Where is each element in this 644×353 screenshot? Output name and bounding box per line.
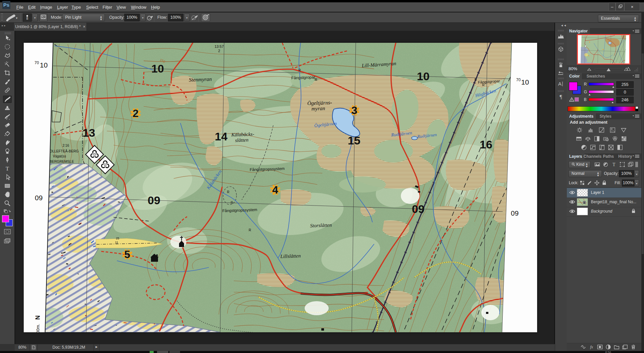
- svg-text:09: 09: [148, 194, 160, 207]
- svg-text:myran: myran: [311, 105, 325, 112]
- svg-text:R: R: [249, 228, 251, 232]
- svg-text:00m.: 00m.: [35, 324, 40, 332]
- svg-text:Storslåtten: Storslåtten: [310, 222, 332, 228]
- svg-text:R: R: [315, 78, 317, 82]
- svg-text:N: N: [34, 316, 41, 320]
- svg-text:13:57: 13:57: [214, 44, 224, 48]
- svg-text:3: 3: [351, 104, 357, 116]
- svg-text:25: 25: [116, 237, 119, 240]
- svg-text:Stenmyran: Stenmyran: [189, 76, 212, 83]
- svg-text:Fångstgropar: Fångstgropar: [291, 75, 315, 80]
- svg-text:10: 10: [521, 78, 529, 86]
- svg-text:BERGREMSLE: BERGREMSLE: [50, 159, 74, 163]
- svg-text:¶: ¶: [559, 94, 562, 100]
- svg-text:T: T: [6, 165, 9, 172]
- svg-text:OLLEFTEÅ-BERG: OLLEFTEÅ-BERG: [50, 149, 79, 153]
- svg-text:09: 09: [412, 203, 425, 215]
- svg-text:Kälabäcks-: Kälabäcks-: [231, 131, 254, 137]
- svg-text:09: 09: [35, 194, 42, 202]
- svg-text:fx: fx: [590, 345, 593, 349]
- svg-text:Vägat(ss: Vägat(ss: [53, 154, 66, 158]
- svg-text:slåtten: slåtten: [235, 137, 249, 143]
- svg-text:R: R: [227, 190, 229, 194]
- svg-text:11: 11: [115, 241, 118, 244]
- svg-text:4: 4: [272, 184, 278, 196]
- svg-text:10: 10: [417, 70, 430, 83]
- svg-text:13: 13: [83, 126, 95, 139]
- svg-text:14: 14: [215, 130, 227, 143]
- svg-text:R: R: [482, 83, 484, 87]
- svg-text:R: R: [230, 201, 233, 205]
- svg-text:2:16: 2:16: [62, 144, 69, 147]
- svg-text:70: 70: [34, 61, 39, 65]
- svg-text:10: 10: [40, 61, 47, 69]
- svg-text:10: 10: [151, 62, 164, 75]
- svg-text:16: 16: [480, 138, 492, 151]
- svg-text:Lillslåtten: Lillslåtten: [280, 253, 301, 259]
- svg-text:70: 70: [516, 78, 521, 82]
- svg-text:2: 2: [218, 49, 220, 53]
- svg-text:R: R: [298, 69, 301, 72]
- svg-text:15: 15: [348, 134, 360, 147]
- svg-text:T: T: [613, 162, 616, 167]
- svg-text:A: A: [558, 81, 561, 87]
- svg-text:R: R: [474, 78, 477, 82]
- svg-text:09: 09: [511, 209, 518, 217]
- svg-text:2: 2: [133, 107, 139, 119]
- svg-text:5: 5: [124, 248, 130, 260]
